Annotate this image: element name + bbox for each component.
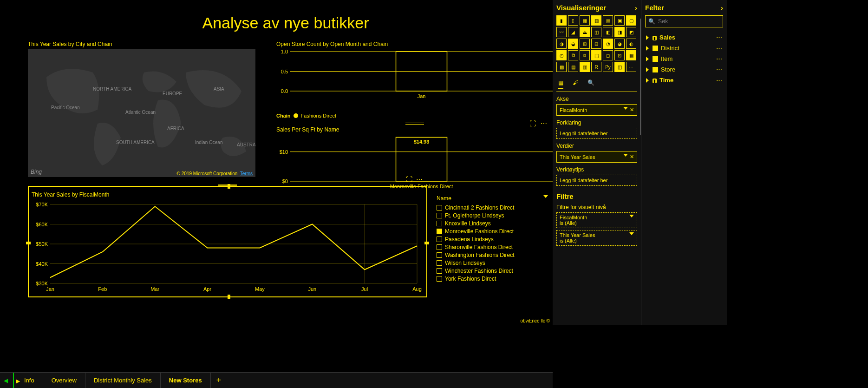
slicer-item[interactable]: Wilson Lindseys [437,260,553,266]
chevron-down-icon[interactable] [629,215,634,217]
vis-type-icon[interactable]: ▩ [556,62,567,72]
remove-field-icon[interactable]: ✕ [630,154,634,160]
collapse-icon[interactable]: › [635,4,637,12]
slicer-item[interactable]: Cincinnati 2 Fashions Direct [437,204,553,211]
vis-type-icon[interactable]: ◴ [556,50,567,60]
next-page-arrow[interactable]: ▶ [12,378,23,384]
slicer-item[interactable]: Pasadena Lindseys [437,236,553,243]
slicer-item[interactable]: Sharonville Fashions Direct [437,244,553,250]
vis-type-icon[interactable]: ▯ [568,15,578,26]
checkbox[interactable] [437,213,442,218]
field-table[interactable]: ▮Time⋯ [645,75,723,85]
checkbox[interactable] [437,244,442,250]
remove-field-icon[interactable]: ✕ [630,107,634,113]
prev-page-arrow[interactable]: ◀ [0,377,11,384]
more-icon[interactable]: ⋯ [716,66,723,73]
vis-type-icon[interactable]: ⋯ [626,62,636,72]
vis-type-icon[interactable]: ⧉ [568,50,578,60]
grip-handle[interactable] [218,184,237,186]
page-tab[interactable]: New Stores [161,373,211,388]
forklaring-well[interactable]: Legg til datafelter her [556,128,637,139]
page-tab[interactable]: Overview [43,373,85,388]
vis-type-icon[interactable]: ⧈ [580,50,590,60]
vis-type-icon[interactable]: ◢ [568,27,578,37]
slicer-item[interactable]: Knoxville Lindseys [437,220,553,227]
vis-type-icon[interactable]: ▣ [614,15,625,26]
chevron-down-icon[interactable] [543,195,548,198]
vis-type-icon[interactable]: ◕ [614,39,625,49]
vis-type-icon[interactable]: ⊡ [614,50,625,60]
akse-field-well[interactable]: FiscalMonth ✕ [556,104,637,116]
vis-type-icon[interactable]: ⊟ [591,39,601,49]
collapse-icon[interactable]: › [721,4,723,12]
vis-type-icon[interactable]: ▥ [580,62,590,72]
chevron-down-icon[interactable] [623,154,628,157]
checkbox[interactable] [437,260,442,266]
focus-mode-icon[interactable]: ⛶ [529,120,536,127]
slicer-item[interactable]: Ft. Oglethorpe Lindseys [437,212,553,219]
vis-type-icon[interactable]: ⛰ [580,27,590,37]
map-terms-link[interactable]: Terms [240,171,253,176]
vis-type-icon[interactable]: ▤ [603,15,613,26]
map-visual[interactable]: This Year Sales by City and Chain NORTH … [28,41,255,177]
vis-type-icon[interactable]: 〰 [556,27,567,37]
field-table[interactable]: District⋯ [645,43,723,53]
checkbox[interactable] [437,221,442,226]
filter-thisyearsales[interactable]: This Year Sales is (Alle) [556,230,637,246]
slicer-item[interactable]: York Fashions Direct [437,276,553,282]
slicer-item[interactable]: Washington Fashions Direct [437,252,553,258]
chevron-down-icon[interactable] [629,232,634,235]
checkbox[interactable] [437,252,442,258]
open-store-chart[interactable]: Open Store Count by Open Month and Chain… [276,41,553,118]
fields-search[interactable]: 🔍 [645,15,723,27]
more-options-icon[interactable]: ⋯ [416,176,424,183]
vis-type-icon[interactable]: ⊞ [580,39,590,49]
add-page-button[interactable]: + [211,375,227,385]
vis-type-icon[interactable]: ◒ [568,39,578,49]
slicer-item[interactable]: Monroeville Fashions Direct [437,228,553,235]
line-chart-visual[interactable]: ⛶ ⋯ This Year Sales by FiscalMonth $30K$… [28,186,427,297]
tooltips-well[interactable]: Legg til datafelter her [556,175,637,186]
vis-type-icon[interactable]: ▥ [591,15,601,26]
slicer-item[interactable]: Winchester Fashions Direct [437,268,553,274]
checkbox[interactable] [437,276,442,282]
vis-type-icon[interactable]: ◻ [603,50,613,60]
vis-type-icon[interactable]: ◑ [556,39,567,49]
vis-type-icon[interactable]: ▮ [556,15,567,26]
vis-type-icon[interactable]: ◧ [603,27,613,37]
checkbox[interactable] [437,237,442,242]
checkbox[interactable] [437,205,442,210]
more-icon[interactable]: ⋯ [716,34,723,41]
more-icon[interactable]: ⋯ [716,55,723,62]
more-icon[interactable]: ⋯ [716,77,723,84]
filter-fiscalmonth[interactable]: FiscalMonth is (Alle) [556,212,637,228]
vis-type-icon[interactable]: Py [603,62,613,72]
vis-type-icon[interactable]: ◔ [603,39,613,49]
grip-handle[interactable] [405,123,424,125]
vis-type-icon[interactable]: ◐ [626,39,636,49]
vis-type-icon[interactable]: ▦ [580,15,590,26]
checkbox[interactable] [437,268,442,274]
fields-tab-icon[interactable]: ▦ [558,79,563,89]
vis-type-icon[interactable]: ▤ [568,62,578,72]
verdier-field-well[interactable]: This Year Sales ✕ [556,151,637,163]
name-slicer[interactable]: Name Cincinnati 2 Fashions DirectFt. Ogl… [437,195,553,283]
checkbox[interactable] [437,229,442,234]
vis-type-icon[interactable]: R [591,62,601,72]
field-table[interactable]: Item⋯ [645,53,723,64]
vis-type-icon[interactable]: ◫ [614,62,625,72]
vis-type-icon[interactable]: ◩ [626,27,636,37]
vis-type-icon[interactable]: ◨ [614,27,625,37]
focus-mode-icon[interactable]: ⛶ [406,176,412,183]
analytics-tab-icon[interactable]: 🔍 [587,79,594,89]
more-icon[interactable]: ⋯ [716,45,723,52]
more-options-icon[interactable]: ⋯ [541,120,548,127]
format-tab-icon[interactable]: 🖌 [573,79,578,89]
search-input[interactable] [658,18,728,25]
field-table[interactable]: ▮Sales⋯ [645,32,723,43]
vis-type-icon[interactable]: ▢ [626,15,636,26]
page-tab[interactable]: District Monthly Sales [85,373,161,388]
vis-type-icon[interactable]: ◫ [591,27,601,37]
chevron-down-icon[interactable] [623,107,628,110]
vis-type-icon[interactable]: ▦ [626,50,636,60]
